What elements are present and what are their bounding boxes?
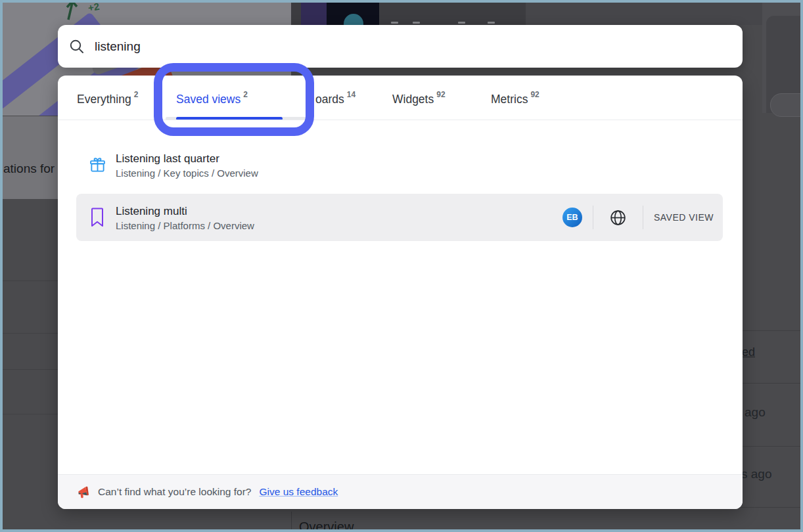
growth-arrow-icon — [59, 3, 89, 21]
background-row-divider — [3, 414, 58, 414]
saved-view-badge: SAVED VIEW — [654, 212, 714, 223]
result-row-listening-multi[interactable]: Listening multi Listening / Platforms / … — [76, 194, 723, 241]
background-timestamp: s ago — [741, 467, 771, 481]
result-breadcrumb: Listening / Platforms / Overview — [116, 219, 254, 232]
result-row-listening-last-quarter[interactable]: Listening last quarter Listening / Key t… — [76, 141, 723, 188]
result-title: Listening last quarter — [116, 151, 258, 166]
tab-metrics[interactable]: Metrics92 — [491, 90, 539, 106]
background-text-fragment — [413, 22, 420, 24]
result-title: Listening multi — [116, 204, 254, 219]
background-column-header: ed — [742, 345, 755, 359]
background-row-divider — [3, 280, 58, 281]
background-topbar — [291, 3, 762, 25]
result-breadcrumb: Listening / Key topics / Overview — [116, 167, 258, 179]
background-text-fragment — [458, 22, 465, 24]
background-bottom-tab: Overview — [299, 520, 354, 532]
megaphone-icon — [78, 485, 91, 499]
background-card — [3, 116, 58, 199]
tab-dashboards[interactable]: oards14 — [315, 90, 356, 106]
background-row-divider — [3, 333, 58, 334]
background-topbar-right — [526, 3, 762, 25]
tab-saved-views[interactable]: Saved views2 — [176, 90, 248, 106]
meta-divider — [593, 206, 593, 229]
result-text: Listening multi Listening / Platforms / … — [116, 204, 254, 232]
background-right-pill — [770, 93, 802, 117]
screenshot-root: +2 ations for ed ago s ago — [0, 0, 803, 532]
background-thumbnail — [301, 3, 327, 25]
feedback-link[interactable]: Give us feedback — [260, 486, 338, 498]
bookmark-icon — [88, 207, 106, 228]
background-row-divider — [741, 330, 800, 331]
tab-widgets[interactable]: Widgets92 — [392, 90, 446, 106]
background-row-divider — [741, 446, 800, 447]
meta-divider — [643, 206, 643, 229]
chart-annotation: +2 — [87, 3, 101, 13]
background-row-divider — [741, 383, 800, 384]
search-input[interactable] — [93, 39, 700, 55]
result-text: Listening last quarter Listening / Key t… — [116, 151, 258, 179]
globe-icon — [609, 209, 627, 227]
gift-icon — [88, 156, 106, 174]
result-meta: EB SAVED VIEW — [562, 206, 723, 229]
tab-everything[interactable]: Everything2 — [77, 90, 138, 106]
avatar: EB — [562, 208, 582, 227]
background-avatar-image — [327, 3, 379, 25]
background-row-divider — [3, 369, 58, 370]
search-icon — [69, 39, 85, 55]
background-timestamp: ago — [745, 405, 766, 420]
background-divider — [291, 512, 292, 529]
background-left-text: ations for — [3, 162, 55, 176]
tab-bar-divider — [58, 120, 743, 120]
background-text-fragment — [488, 22, 495, 24]
search-results-panel: Everything2 Saved views2 oards14 Widgets… — [58, 76, 743, 509]
footer-prompt: Can’t find what you’re looking for? — [98, 486, 252, 498]
background-row-divider — [741, 507, 800, 508]
modal-footer: Can’t find what you’re looking for? Give… — [58, 474, 743, 509]
background-text-fragment — [391, 22, 398, 24]
search-box — [58, 25, 743, 68]
